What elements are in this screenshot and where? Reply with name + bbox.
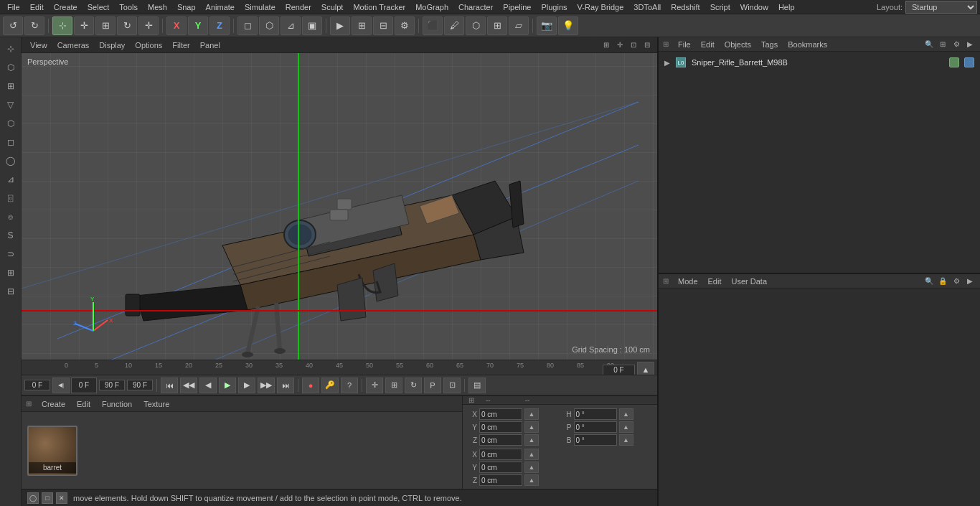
z-size-input[interactable] <box>479 474 522 486</box>
display-menu[interactable]: Display <box>95 39 129 51</box>
mat-function-menu[interactable]: Function <box>98 398 136 410</box>
prev-key-button[interactable]: ◀◀ <box>180 378 197 393</box>
scale-key-button[interactable]: ⊞ <box>385 378 402 393</box>
param-key-button[interactable]: P <box>424 378 441 393</box>
frame-indicator-input[interactable] <box>603 365 635 375</box>
view-menu[interactable]: View <box>26 39 52 51</box>
timeline-view-button[interactable]: ▤ <box>468 378 486 393</box>
attr-settings-icon[interactable]: ⚙ <box>951 276 962 287</box>
z-pos-input[interactable] <box>479 434 522 446</box>
menu-simulate[interactable]: Simulate <box>240 2 280 12</box>
left-icon-4[interactable]: ▽ <box>2 96 19 113</box>
start-frame-input[interactable]: 0 F <box>24 380 50 390</box>
rotate-key-button[interactable]: ↻ <box>405 378 422 393</box>
cube-tool-button[interactable]: ⬛ <box>423 17 443 35</box>
x-size-unit[interactable]: ▲ <box>524 449 539 460</box>
menu-redshift[interactable]: Redshift <box>666 2 704 12</box>
rotate-tool-button[interactable]: ↻ <box>117 17 137 35</box>
menu-select[interactable]: Select <box>83 2 114 12</box>
filter-menu[interactable]: Filter <box>168 39 194 51</box>
b-unit[interactable]: ▲ <box>619 434 633 446</box>
menu-pipeline[interactable]: Pipeline <box>499 2 535 12</box>
obj-arrow-icon[interactable]: ▶ <box>964 39 976 50</box>
attr-search-icon[interactable]: 🔍 <box>923 276 935 287</box>
go-end-button[interactable]: ⏭ <box>277 378 294 393</box>
left-icon-9[interactable]: ⌻ <box>2 189 19 207</box>
object-mode-button[interactable]: ⬡ <box>259 17 279 35</box>
attr-lock-icon[interactable]: 🔒 <box>937 276 948 287</box>
attr-arrow-icon[interactable]: ▶ <box>964 276 976 287</box>
obj-visibility-dot-1[interactable] <box>949 57 959 67</box>
obj-search-icon[interactable]: 🔍 <box>923 39 935 50</box>
left-icon-8[interactable]: ⊿ <box>2 171 19 188</box>
viewport-3d[interactable]: View Cameras Display Options Filter Pane… <box>22 37 657 360</box>
vp-icon-1[interactable]: ⊞ <box>600 39 612 51</box>
menu-help[interactable]: Help <box>774 2 799 12</box>
render-region-button[interactable]: ⊞ <box>352 17 372 35</box>
auto-key-button[interactable]: 🔑 <box>321 378 339 393</box>
menu-edit[interactable]: Edit <box>26 2 48 12</box>
p-unit[interactable]: ▲ <box>619 421 633 433</box>
model-mode-button[interactable]: ◻ <box>237 17 258 35</box>
status-icon-2[interactable]: □ <box>42 492 53 504</box>
redo-button[interactable]: ↻ <box>24 17 44 35</box>
obj-objects-menu[interactable]: Objects <box>721 39 755 50</box>
keyframe-button[interactable]: ? <box>341 378 358 393</box>
edit-mode-button[interactable]: ⊿ <box>281 17 301 35</box>
record-button[interactable]: ● <box>302 378 319 393</box>
transform-tool-button[interactable]: ✛ <box>138 17 159 35</box>
x-pos-input[interactable] <box>479 408 522 420</box>
end-frame-input2[interactable] <box>127 380 153 390</box>
left-icon-11[interactable]: S <box>2 227 19 244</box>
timeline-ruler[interactable]: 0 5 10 15 20 25 30 35 40 45 50 55 60 65 … <box>22 360 657 375</box>
layout-select[interactable]: Startup <box>905 1 977 14</box>
obj-edit-menu[interactable]: Edit <box>697 39 718 50</box>
end-frame-input1[interactable] <box>99 380 125 390</box>
menu-create[interactable]: Create <box>50 2 82 12</box>
z-axis-button[interactable]: Z <box>209 17 230 35</box>
attr-edit-menu[interactable]: Edit <box>705 276 725 286</box>
move-tool-button[interactable]: ✛ <box>74 17 94 35</box>
left-icon-5[interactable]: ⬡ <box>2 115 19 132</box>
options-menu[interactable]: Options <box>131 39 166 51</box>
render-view-button[interactable]: ▶ <box>330 17 350 35</box>
current-frame-display[interactable] <box>71 378 97 393</box>
menu-window[interactable]: Window <box>736 2 773 12</box>
attr-mode-menu[interactable]: Mode <box>674 276 702 286</box>
texture-mode-button[interactable]: ▣ <box>302 17 322 35</box>
light-button[interactable]: 💡 <box>558 17 578 35</box>
left-icon-14[interactable]: ⊟ <box>2 283 19 300</box>
move-key-button[interactable]: ✛ <box>366 378 383 393</box>
render-settings-button[interactable]: ⚙ <box>395 17 415 35</box>
mat-create-menu[interactable]: Create <box>37 398 70 410</box>
p-input[interactable] <box>574 421 617 433</box>
menu-file[interactable]: File <box>3 2 24 12</box>
deformer-button[interactable]: ▱ <box>509 17 529 35</box>
camera-button[interactable]: 📷 <box>537 17 557 35</box>
menu-tools[interactable]: Tools <box>115 2 142 12</box>
obj-filter-icon[interactable]: ⊞ <box>937 39 948 50</box>
scale-tool-button[interactable]: ⊞ <box>95 17 116 35</box>
obj-visibility-dot-2[interactable] <box>964 57 974 67</box>
select-tool-button[interactable]: ⊹ <box>52 17 72 35</box>
status-icon-1[interactable]: ◯ <box>27 492 39 504</box>
h-input[interactable] <box>574 408 617 420</box>
menu-sculpt[interactable]: Sculpt <box>317 2 348 12</box>
z-pos-unit[interactable]: ▲ <box>524 434 539 446</box>
menu-render[interactable]: Render <box>281 2 316 12</box>
go-start-button[interactable]: ⏮ <box>161 378 178 393</box>
prev-frame-button[interactable]: ◀ <box>199 378 217 393</box>
panel-menu[interactable]: Panel <box>196 39 225 51</box>
y-pos-unit[interactable]: ▲ <box>524 421 539 433</box>
step-back-btn[interactable]: ◀| <box>52 378 70 393</box>
vp-icon-2[interactable]: ✛ <box>614 39 626 51</box>
x-axis-button[interactable]: X <box>166 17 187 35</box>
menu-motion-tracker[interactable]: Motion Tracker <box>349 2 410 12</box>
left-icon-7[interactable]: ◯ <box>2 152 19 169</box>
z-size-unit[interactable]: ▲ <box>524 474 539 486</box>
vp-icon-4[interactable]: ⊟ <box>641 39 653 51</box>
b-input[interactable] <box>574 434 617 446</box>
y-axis-button[interactable]: Y <box>188 17 208 35</box>
obj-settings-icon[interactable]: ⚙ <box>951 39 962 50</box>
cameras-menu[interactable]: Cameras <box>53 39 94 51</box>
